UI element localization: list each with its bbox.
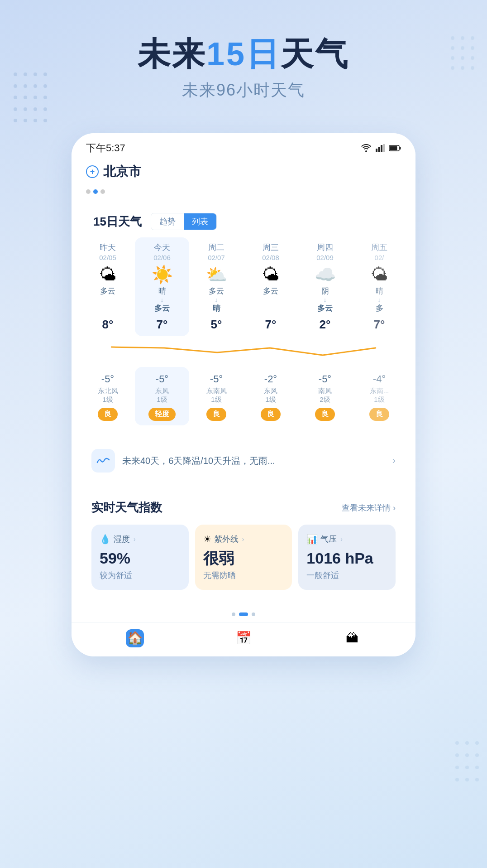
forecast-cond2-4: 多云 (317, 303, 333, 314)
nav-mountain[interactable]: 🏔 (343, 629, 361, 647)
mountain-icon: 🏔 (343, 629, 361, 647)
pressure-card[interactable]: 📊 气压 › 1016 hPa 一般舒适 (298, 525, 396, 589)
uv-icon: ☀ (203, 534, 211, 545)
low-col-5: -4° 东南... 1级 良 (352, 367, 406, 425)
forecast-day-0: 昨天 (100, 242, 116, 253)
uv-desc: 无需防晒 (203, 570, 284, 581)
status-icons (361, 144, 401, 152)
forecast-low-3: -2° (264, 373, 277, 385)
forecast-arrow-3 (270, 297, 272, 303)
forecast-low-0: -5° (101, 373, 114, 385)
hero-title: 未来15日天气 (18, 36, 469, 72)
location-plus-icon[interactable]: + (86, 165, 99, 178)
tab-trend[interactable]: 趋势 (151, 213, 184, 230)
nav-home[interactable]: 🏠 (126, 629, 144, 647)
air-badge-5: 良 (369, 408, 389, 421)
uv-arrow: › (242, 535, 244, 543)
low-col-1: -5° 东风 1级 轻度 (135, 367, 189, 425)
hero-title-part1: 未来 (138, 36, 206, 72)
uv-card[interactable]: ☀ 紫外线 › 很弱 无需防晒 (195, 525, 292, 589)
forecast-day-5: 周五 (371, 242, 387, 253)
nav-calendar[interactable]: 📅 (234, 629, 253, 647)
forecast-day-3: 周三 (263, 242, 279, 253)
weather-card-title: 15日天气 (93, 214, 142, 230)
forecast-high-3: 7° (265, 318, 277, 332)
forecast-day-1: 今天 (154, 242, 170, 253)
uv-value: 很弱 (203, 550, 284, 567)
indices-header: 实时天气指数 查看未来详情 › (91, 500, 396, 516)
uv-card-header: ☀ 紫外线 › (203, 534, 284, 545)
humidity-arrow: › (134, 535, 136, 543)
svg-rect-1 (378, 147, 380, 152)
forecast-high-1: 7° (157, 318, 168, 332)
forecast-arrow-0 (107, 297, 109, 303)
forecast-icon-1: ☀️ (152, 266, 173, 283)
pressure-icon: 📊 (306, 534, 318, 545)
indices-more[interactable]: 查看未来详情 › (342, 502, 396, 513)
location-dot-1[interactable] (86, 189, 91, 194)
location-dot-3[interactable] (100, 189, 105, 194)
forecast-cond1-4: 阴 (321, 286, 329, 297)
trend-more-arrow[interactable]: › (392, 455, 396, 467)
forecast-wind-5: 东南... (370, 387, 389, 395)
forecast-day-4: 周四 (317, 242, 333, 253)
trend-banner[interactable]: 未来40天，6天降温/10天升温，无雨... › (81, 440, 406, 482)
forecast-cond1-5: 晴 (376, 286, 383, 297)
hero-title-highlight: 15日 (206, 36, 281, 72)
forecast-wind-level-0: 1级 (102, 395, 113, 404)
forecast-cond1-3: 多云 (263, 286, 278, 297)
forecast-col-4: 周四 02/09 ☁️ 阴 ↓ 多云 2° (298, 237, 352, 336)
forecast-col-3: 周三 02/08 🌤 多云 7° (244, 237, 298, 336)
pressure-label: 气压 (320, 534, 337, 545)
location-name: 北京市 (103, 163, 141, 180)
bottom-nav: 🏠 📅 🏔 (72, 622, 415, 656)
forecast-date-2: 02/07 (208, 254, 225, 261)
air-badge-4: 良 (315, 408, 335, 421)
page-dot-3 (252, 612, 255, 616)
forecast-cond2-3 (270, 303, 272, 314)
forecast-icon-4: ☁️ (315, 266, 336, 283)
forecast-date-0: 02/05 (99, 254, 116, 261)
status-time: 下午5:37 (86, 141, 125, 155)
svg-rect-3 (383, 144, 385, 152)
tab-group: 趋势 列表 (151, 213, 217, 230)
hero-title-part2: 天气 (281, 36, 349, 72)
forecast-wind-4: 南风 (318, 387, 332, 395)
forecast-col-1: 今天 02/06 ☀️ 晴 ↓ 多云 7° (135, 237, 189, 336)
svg-rect-5 (400, 147, 401, 149)
forecast-scroll[interactable]: 昨天 02/05 🌤 多云 8° 今天 02/06 ☀️ 晴 (81, 237, 406, 433)
tab-list[interactable]: 列表 (184, 213, 216, 230)
signal-icon (376, 144, 385, 152)
air-badge-2: 良 (206, 408, 226, 421)
humidity-card[interactable]: 💧 湿度 › 59% 较为舒适 (91, 525, 189, 589)
temp-line-chart (85, 338, 402, 365)
trend-wave-icon (91, 449, 115, 473)
humidity-label: 湿度 (114, 534, 130, 545)
forecast-high-0: 8° (102, 318, 114, 332)
air-badge-1: 轻度 (148, 408, 176, 421)
humidity-desc: 较为舒适 (100, 570, 181, 581)
hero-subtitle: 未来96小时天气 (18, 79, 469, 101)
location-dot-2[interactable] (93, 189, 98, 194)
forecast-wind-level-5: 1级 (374, 395, 384, 404)
home-icon: 🏠 (126, 629, 144, 647)
forecast-day-2: 周二 (208, 242, 224, 253)
hero-section: 未来15日天气 未来96小时天气 (0, 0, 487, 120)
decorative-dots-bottom-right (455, 741, 482, 786)
forecast-cond2-0 (107, 303, 109, 314)
forecast-col-2: 周二 02/07 ⛅ 多云 ↓ 晴 5° (189, 237, 244, 336)
forecast-col-5: 周五 02/ 🌤 晴 ↓ 多 7° (352, 237, 406, 336)
low-col-2: -5° 东南风 1级 良 (189, 367, 244, 425)
forecast-col-0: 昨天 02/05 🌤 多云 8° (81, 237, 135, 336)
phone-container: 下午5:37 + 北京市 (0, 120, 487, 665)
forecast-low-2: -5° (210, 373, 223, 385)
forecast-icon-0: 🌤 (99, 266, 116, 283)
uv-label: 紫外线 (214, 534, 239, 545)
forecast-cond1-2: 多云 (209, 286, 224, 297)
forecast-cond2-5: 多 (376, 303, 383, 314)
status-bar: 下午5:37 (72, 133, 415, 159)
forecast-cond1-0: 多云 (100, 286, 115, 297)
temp-chart-container (81, 338, 406, 367)
humidity-value: 59% (100, 550, 181, 567)
forecast-wind-2: 东南风 (206, 387, 227, 395)
